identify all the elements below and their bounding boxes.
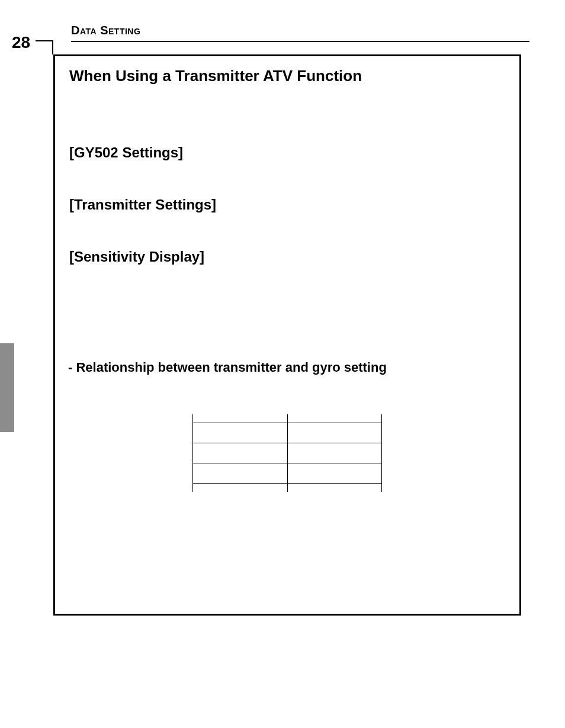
table-cell — [287, 443, 382, 463]
table-outer — [192, 423, 382, 484]
header-rule — [71, 41, 529, 42]
table-row — [192, 443, 382, 463]
page: Data Setting 28 When Using a Transmitter… — [0, 0, 565, 728]
table-wrap — [69, 423, 505, 484]
page-number: 28 — [12, 33, 30, 52]
section-title: Data Setting — [71, 24, 529, 40]
box-title: When Using a Transmitter ATV Function — [69, 67, 505, 85]
table-row — [192, 463, 382, 484]
table-cell — [287, 423, 382, 443]
subheading-transmitter: [Transmitter Settings] — [69, 197, 505, 213]
subheading-sensitivity: [Sensitivity Display] — [69, 249, 505, 265]
relationship-heading: - Relationship between transmitter and g… — [68, 360, 505, 375]
table-cell — [287, 463, 382, 484]
relationship-table — [192, 423, 382, 484]
header: Data Setting — [71, 24, 529, 42]
subheading-gy502: [GY502 Settings] — [69, 144, 505, 161]
header-corner-mark — [36, 41, 53, 56]
table-cell — [192, 463, 287, 484]
table-cell — [192, 423, 287, 443]
table-row — [192, 423, 382, 443]
table-mid-tick-bottom — [287, 484, 288, 492]
content-box: When Using a Transmitter ATV Function [G… — [53, 54, 521, 616]
table-mid-tick-top — [287, 414, 288, 423]
table-cell — [192, 443, 287, 463]
side-tab — [0, 343, 14, 432]
